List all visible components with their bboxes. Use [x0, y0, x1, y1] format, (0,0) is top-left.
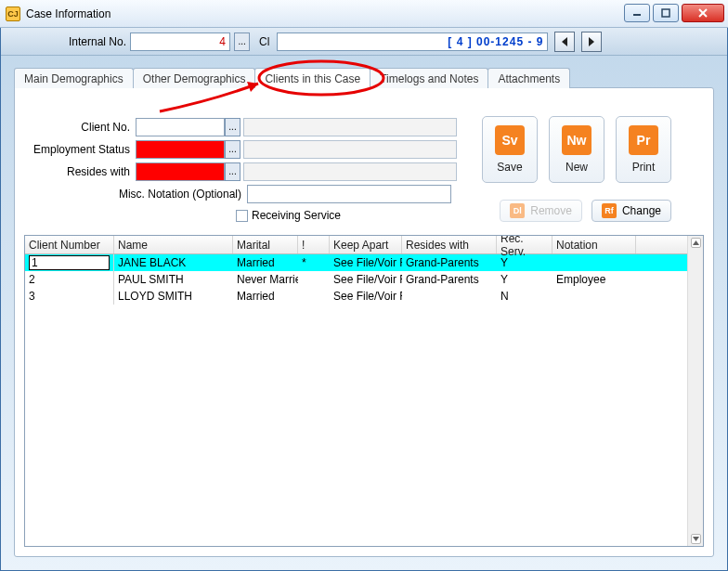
clients-table: Client NumberNameMarital!Keep ApartResid…: [24, 235, 704, 547]
resides-with-input[interactable]: [136, 162, 225, 181]
column-header[interactable]: Resides with: [402, 236, 497, 253]
table-cell: N: [497, 288, 552, 305]
table-cell: Grand-Parents: [402, 271, 497, 288]
table-cell: [552, 254, 636, 271]
client-no-label: Client No.: [15, 121, 136, 134]
internal-no-picker[interactable]: ...: [234, 32, 250, 51]
resides-with-picker[interactable]: ...: [225, 162, 240, 181]
table-cell: Y: [497, 271, 552, 288]
case-id-display[interactable]: [ 4 ] 00-1245 - 9: [277, 32, 548, 51]
table-cell: 2: [25, 271, 114, 288]
cl-label: Cl: [259, 35, 269, 48]
employment-status-label: Employment Status: [15, 143, 136, 156]
column-header[interactable]: !: [298, 236, 330, 253]
new-icon: Nw: [562, 125, 592, 155]
table-row[interactable]: 1JANE BLACKMarried*See File/Voir FGrand-…: [25, 254, 703, 271]
prev-record-button[interactable]: [554, 32, 575, 52]
change-button[interactable]: Rf Change: [592, 200, 671, 222]
title-bar: CJ Case Information: [0, 0, 728, 28]
table-cell: See File/Voir F: [330, 254, 402, 271]
tab-timelogs-and-notes[interactable]: Timelogs and Notes: [370, 68, 488, 88]
next-record-button[interactable]: [581, 32, 602, 52]
table-cell: [298, 271, 330, 288]
column-header[interactable]: Marital: [233, 236, 298, 253]
column-header[interactable]: Rec. Serv.: [497, 236, 552, 253]
receiving-service-checkbox[interactable]: [236, 210, 248, 222]
misc-notation-label: Misc. Notation (Optional): [108, 188, 247, 201]
client-no-picker[interactable]: ...: [225, 118, 240, 136]
table-cell: Never Married: [233, 271, 298, 288]
receiving-service-label: Receiving Service: [252, 209, 341, 222]
change-icon: Rf: [602, 203, 617, 218]
tab-panel: Client No. ... Employment Status ... Res…: [14, 87, 714, 557]
table-cell: Y: [497, 254, 552, 271]
table-cell: See File/Voir F: [330, 271, 402, 288]
employment-status-display: [243, 140, 457, 159]
svg-marker-4: [562, 37, 567, 46]
maximize-button[interactable]: [653, 4, 679, 22]
svg-marker-7: [693, 537, 699, 541]
table-row[interactable]: 3LLOYD SMITHMarriedSee File/Voir FN: [25, 288, 703, 305]
table-cell: *: [298, 254, 330, 271]
client-no-input[interactable]: [136, 118, 225, 136]
table-cell: Married: [233, 288, 298, 305]
column-header[interactable]: Notation: [552, 236, 636, 253]
tab-bar: Main DemographicsOther DemographicsClien…: [14, 68, 569, 88]
svg-marker-6: [693, 240, 699, 245]
resides-with-display: [243, 162, 457, 181]
column-header[interactable]: Keep Apart: [330, 236, 402, 253]
client-number-input[interactable]: 1: [29, 255, 110, 270]
print-button[interactable]: Pr Print: [616, 116, 671, 183]
misc-notation-input[interactable]: [247, 185, 451, 203]
column-header[interactable]: Name: [114, 236, 233, 253]
tab-other-demographics[interactable]: Other Demographics: [133, 68, 256, 88]
remove-icon: Dl: [510, 203, 525, 218]
close-button[interactable]: [682, 4, 724, 22]
client-no-display: [243, 118, 457, 136]
window-title: Case Information: [26, 7, 110, 20]
app-icon: CJ: [6, 6, 20, 21]
tab-main-demographics[interactable]: Main Demographics: [14, 68, 134, 88]
table-cell: [298, 288, 330, 305]
svg-marker-5: [589, 37, 594, 46]
table-cell: Married: [233, 254, 298, 271]
table-cell: Grand-Parents: [402, 254, 497, 271]
internal-no-input[interactable]: 4: [130, 32, 230, 51]
tab-clients-in-this-case[interactable]: Clients in this Case: [254, 68, 370, 88]
internal-no-label: Internal No.: [69, 35, 126, 48]
table-scrollbar[interactable]: [687, 236, 703, 546]
employment-status-input[interactable]: [136, 140, 225, 159]
table-cell: PAUL SMITH: [114, 271, 233, 288]
save-icon: Sv: [495, 125, 525, 155]
table-cell: [552, 288, 636, 305]
new-button[interactable]: Nw New: [549, 116, 604, 183]
resides-with-label: Resides with: [15, 165, 136, 178]
remove-button[interactable]: Dl Remove: [500, 200, 582, 222]
table-cell: JANE BLACK: [114, 254, 233, 271]
minimize-button[interactable]: [624, 4, 650, 22]
tab-attachments[interactable]: Attachments: [488, 68, 570, 88]
scroll-down-icon[interactable]: [691, 534, 701, 544]
table-cell: 3: [25, 288, 114, 305]
table-cell: [402, 288, 497, 305]
header-strip: Internal No. 4 ... Cl [ 4 ] 00-1245 - 9: [0, 28, 728, 56]
table-cell: See File/Voir F: [330, 288, 402, 305]
svg-rect-1: [662, 9, 670, 17]
table-cell: Employee: [552, 271, 636, 288]
print-icon: Pr: [629, 125, 658, 155]
table-cell: 1: [25, 254, 114, 271]
table-cell: LLOYD SMITH: [114, 288, 233, 305]
save-button[interactable]: Sv Save: [482, 116, 538, 183]
table-row[interactable]: 2PAUL SMITHNever MarriedSee File/Voir FG…: [25, 271, 703, 288]
scroll-up-icon[interactable]: [691, 238, 701, 248]
employment-status-picker[interactable]: ...: [225, 140, 240, 159]
column-header[interactable]: Client Number: [25, 236, 114, 253]
